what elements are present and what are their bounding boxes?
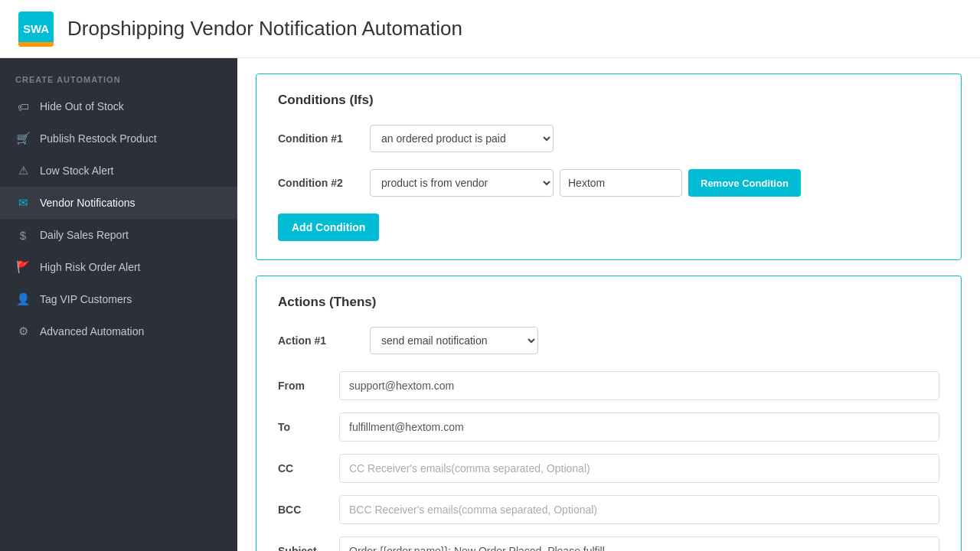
condition-1-controls: an ordered product is paid an ordered pr… — [370, 125, 939, 152]
sidebar-item-label: Vendor Notifications — [40, 197, 136, 209]
from-row: From — [278, 371, 939, 400]
logo-text: SWA — [23, 23, 49, 34]
action-1-row: Action #1 send email notification send S… — [278, 327, 939, 354]
actions-title: Actions (Thens) — [278, 295, 939, 310]
flag-icon: 🚩 — [15, 259, 31, 275]
sidebar-item-publish-restock-product[interactable]: 🛒 Publish Restock Product — [0, 122, 237, 155]
sidebar-item-label: Daily Sales Report — [40, 229, 129, 241]
main-content: Conditions (Ifs) Condition #1 an ordered… — [237, 58, 980, 551]
from-field[interactable] — [339, 371, 939, 400]
sidebar-item-label: Tag VIP Customers — [40, 293, 132, 305]
to-field[interactable] — [339, 412, 939, 442]
sidebar-item-advanced-automation[interactable]: ⚙ Advanced Automation — [0, 315, 237, 347]
sidebar-item-hide-out-of-stock[interactable]: 🏷 Hide Out of Stock — [0, 90, 237, 122]
dollar-icon: $ — [15, 227, 31, 243]
header: SWA Dropshipping Vendor Notification Aut… — [0, 0, 980, 58]
subject-label: Subject — [278, 545, 339, 551]
from-label: From — [278, 380, 339, 392]
page-title: Dropshipping Vendor Notification Automat… — [67, 17, 462, 41]
sidebar-item-label: Publish Restock Product — [40, 132, 157, 145]
condition-2-select[interactable]: product is from vendor an ordered produc… — [370, 169, 554, 197]
cc-label: CC — [278, 462, 339, 474]
remove-condition-button[interactable]: Remove Condition — [688, 169, 801, 197]
add-condition-button[interactable]: Add Condition — [278, 214, 379, 241]
sidebar-item-tag-vip-customers[interactable]: 👤 Tag VIP Customers — [0, 283, 237, 315]
action-1-label: Action #1 — [278, 334, 370, 347]
user-icon: 👤 — [15, 292, 31, 307]
cc-row: CC — [278, 454, 939, 483]
condition-2-label: Condition #2 — [278, 177, 370, 189]
condition-1-row: Condition #1 an ordered product is paid … — [278, 125, 939, 152]
sidebar-item-label: Hide Out of Stock — [40, 100, 124, 112]
sidebar-item-label: Low Stock Alert — [40, 165, 114, 177]
sidebar-item-vendor-notifications[interactable]: ✉ Vendor Notifications — [0, 187, 237, 219]
email-icon: ✉ — [15, 195, 31, 210]
subject-row: Subject — [278, 536, 939, 551]
sidebar: CREATE AUTOMATION 🏷 Hide Out of Stock 🛒 … — [0, 58, 237, 551]
condition-1-select[interactable]: an ordered product is paid an ordered pr… — [370, 125, 554, 152]
warning-icon: ⚠ — [15, 163, 31, 178]
sidebar-item-label: Advanced Automation — [40, 325, 144, 337]
sidebar-item-label: High Risk Order Alert — [40, 261, 140, 273]
sidebar-item-low-stock-alert[interactable]: ⚠ Low Stock Alert — [0, 155, 237, 187]
bcc-row: BCC — [278, 495, 939, 524]
action-1-select[interactable]: send email notification send SMS notific… — [370, 327, 538, 354]
actions-section: Actions (Thens) Action #1 send email not… — [256, 276, 962, 551]
tag-icon: 🏷 — [15, 99, 31, 114]
vendor-input[interactable] — [560, 169, 682, 197]
bcc-label: BCC — [278, 504, 339, 516]
sidebar-section-label: CREATE AUTOMATION — [0, 64, 237, 90]
logo: SWA — [18, 11, 54, 47]
sidebar-item-high-risk-order-alert[interactable]: 🚩 High Risk Order Alert — [0, 251, 237, 283]
gear-icon: ⚙ — [15, 324, 31, 339]
sidebar-item-daily-sales-report[interactable]: $ Daily Sales Report — [0, 219, 237, 251]
subject-field[interactable] — [339, 536, 939, 551]
condition-1-label: Condition #1 — [278, 132, 370, 145]
condition-2-row: Condition #2 product is from vendor an o… — [278, 169, 939, 197]
cart-icon: 🛒 — [15, 131, 31, 146]
bcc-field[interactable] — [339, 495, 939, 524]
to-label: To — [278, 421, 339, 433]
action-1-controls: send email notification send SMS notific… — [370, 327, 939, 354]
conditions-title: Conditions (Ifs) — [278, 93, 939, 108]
conditions-section: Conditions (Ifs) Condition #1 an ordered… — [256, 73, 962, 260]
to-row: To — [278, 412, 939, 442]
condition-2-controls: product is from vendor an ordered produc… — [370, 169, 939, 197]
cc-field[interactable] — [339, 454, 939, 483]
layout: CREATE AUTOMATION 🏷 Hide Out of Stock 🛒 … — [0, 58, 980, 551]
